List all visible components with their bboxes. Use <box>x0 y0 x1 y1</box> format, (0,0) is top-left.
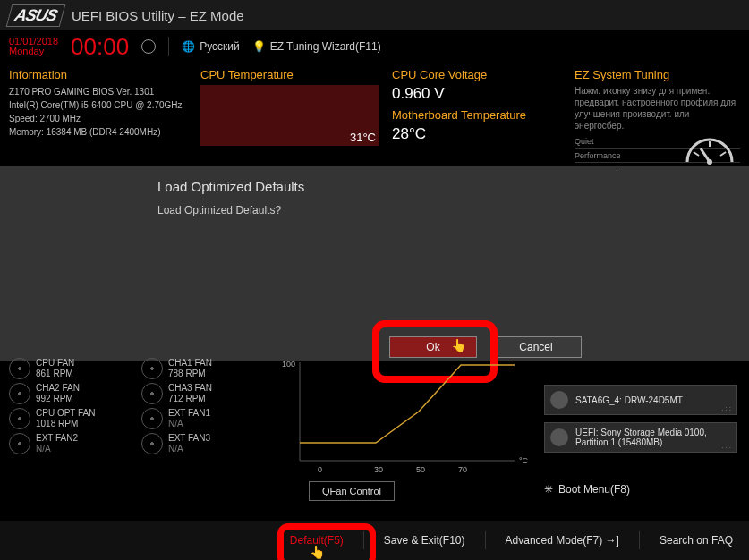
fan-speed: 788 RPM <box>168 369 212 379</box>
voltage-panel: CPU Core Voltage 0.960 V Motherboard Tem… <box>392 68 562 159</box>
cpu-temp-title: CPU Temperature <box>200 68 379 81</box>
svg-text:30: 30 <box>374 465 383 474</box>
fan-name: CHA1 FAN <box>168 358 212 369</box>
fan-speed: 861 RPM <box>36 369 74 379</box>
fan-status-grid: CPU FAN 861 RPM CHA1 FAN 788 RPM CHA2 FA… <box>9 358 267 454</box>
separator <box>639 531 640 549</box>
boot-menu-button[interactable]: ✳ Boot Menu(F8) <box>544 483 630 496</box>
boot-menu-label: Boot Menu(F8) <box>558 483 630 496</box>
svg-point-4 <box>707 159 712 165</box>
fan-icon <box>9 383 30 404</box>
fan-icon <box>141 433 163 454</box>
title-bar: ASUS UEFI BIOS Utility – EZ Mode <box>0 0 749 30</box>
fan-icon <box>141 383 163 404</box>
fan-name: CPU OPT FAN <box>36 408 96 419</box>
fan-item: EXT FAN2 N/A <box>9 433 134 454</box>
separator <box>168 37 169 56</box>
advanced-mode-button[interactable]: Advanced Mode(F7) →] <box>506 534 619 547</box>
fan-item: CHA3 FAN 712 RPM <box>141 383 267 404</box>
cpu-temp-graph: 31°C <box>200 85 379 146</box>
fan-speed: 992 RPM <box>36 394 80 404</box>
cancel-button[interactable]: Cancel <box>490 336 582 358</box>
fan-item: CHA1 FAN 788 RPM <box>141 358 267 379</box>
svg-line-2 <box>720 152 726 156</box>
language-label: Русский <box>200 40 240 53</box>
cursor-icon: 👆 <box>310 545 325 559</box>
fan-speed: N/A <box>168 444 210 454</box>
tuning-label: EZ Tuning Wizard(F11) <box>270 40 381 53</box>
top-bar: 01/01/2018 Monday 00:00 🌐 Русский 💡 EZ T… <box>0 30 749 63</box>
default-label: Default(F5) <box>290 534 344 547</box>
search-faq-button[interactable]: Search on FAQ <box>660 534 733 547</box>
boot-priority-list: SATA6G_4: DRW-24D5MT .:: UEFI: Sony Stor… <box>544 385 737 460</box>
fan-name: EXT FAN3 <box>168 433 210 444</box>
fan-speed: 712 RPM <box>168 394 212 404</box>
fan-name: EXT FAN2 <box>36 433 78 444</box>
clock: 00:00 <box>71 33 129 61</box>
gear-icon[interactable] <box>141 39 156 54</box>
fan-icon <box>9 408 30 429</box>
app-title: UEFI BIOS Utility – EZ Mode <box>72 8 244 23</box>
info-line: Speed: 2700 MHz <box>9 112 188 125</box>
qfan-control-button[interactable]: QFan Control <box>309 481 395 501</box>
boot-device-item[interactable]: SATA6G_4: DRW-24D5MT .:: <box>544 385 737 415</box>
svg-text:50: 50 <box>416 465 425 474</box>
boot-device-label: SATA6G_4: DRW-24D5MT <box>575 395 683 405</box>
modal-dialog <box>0 166 749 361</box>
fan-icon <box>141 358 163 379</box>
disc-icon <box>550 391 568 409</box>
fan-item: EXT FAN3 N/A <box>141 433 267 454</box>
cpu-temp-panel: CPU Temperature 31°C <box>200 68 379 159</box>
fan-name: CPU FAN <box>36 358 74 369</box>
tuning-title: EZ System Tuning <box>575 68 740 81</box>
more-icon[interactable]: .:: <box>721 442 733 450</box>
fan-name: EXT FAN1 <box>168 408 210 419</box>
asus-logo: ASUS <box>6 4 66 27</box>
fan-icon <box>141 408 163 429</box>
default-button[interactable]: Default(F5) 👆 <box>290 534 344 547</box>
fan-name: CHA2 FAN <box>36 383 80 394</box>
separator <box>485 531 486 549</box>
fan-speed: N/A <box>168 419 210 429</box>
information-panel: Information Z170 PRO GAMING BIOS Ver. 13… <box>9 68 188 159</box>
arrow-right-icon: →] <box>606 534 619 547</box>
fan-item: CPU FAN 861 RPM <box>9 358 134 379</box>
ok-button[interactable]: Ok <box>389 336 477 358</box>
fan-item: EXT FAN1 N/A <box>141 408 267 429</box>
modal-title: Load Optimized Defaults <box>157 179 304 194</box>
separator <box>363 531 364 549</box>
more-icon[interactable]: .:: <box>721 404 733 412</box>
info-line: Z170 PRO GAMING BIOS Ver. 1301 <box>9 85 188 98</box>
info-title: Information <box>9 68 188 81</box>
fan-speed: N/A <box>36 444 78 454</box>
voltage-value: 0.960 V <box>392 85 562 103</box>
cpu-temp-value: 31°C <box>350 131 376 144</box>
bulb-icon: 💡 <box>252 40 266 53</box>
fan-icon <box>9 358 30 379</box>
fan-curve-chart: 100 °C 0 30 50 70 <box>277 358 528 474</box>
save-exit-button[interactable]: Save & Exit(F10) <box>384 534 465 547</box>
language-selector[interactable]: 🌐 Русский <box>182 40 240 53</box>
fan-icon <box>9 433 30 454</box>
svg-text:0: 0 <box>318 465 322 474</box>
svg-text:°C: °C <box>519 456 528 465</box>
modal-message: Load Optimized Defaults? <box>157 204 281 216</box>
advanced-label: Advanced Mode(F7) <box>506 534 603 547</box>
mb-temp-value: 28°C <box>392 125 562 143</box>
footer-bar: Default(F5) 👆 Save & Exit(F10) Advanced … <box>0 521 749 560</box>
fan-item: CPU OPT FAN 1018 RPM <box>9 408 134 429</box>
voltage-title: CPU Core Voltage <box>392 68 562 81</box>
svg-text:100: 100 <box>282 360 295 369</box>
info-line: Intel(R) Core(TM) i5-6400 CPU @ 2.70GHz <box>9 98 188 112</box>
weekday: Monday <box>9 47 58 56</box>
mb-temp-title: Motherboard Temperature <box>392 108 562 122</box>
tuning-wizard-button[interactable]: 💡 EZ Tuning Wizard(F11) <box>252 40 381 53</box>
boot-device-item[interactable]: UEFI: Sony Storage Media 0100, Partition… <box>544 422 737 453</box>
fan-item: CHA2 FAN 992 RPM <box>9 383 134 404</box>
svg-text:70: 70 <box>458 465 467 474</box>
boot-device-label: UEFI: Sony Storage Media 0100, Partition… <box>575 428 731 447</box>
star-icon: ✳ <box>544 483 553 496</box>
tuning-desc: Нажм. иконку внизу для примен. предварит… <box>575 85 740 132</box>
date-display: 01/01/2018 Monday <box>9 37 58 56</box>
svg-line-0 <box>694 152 699 156</box>
